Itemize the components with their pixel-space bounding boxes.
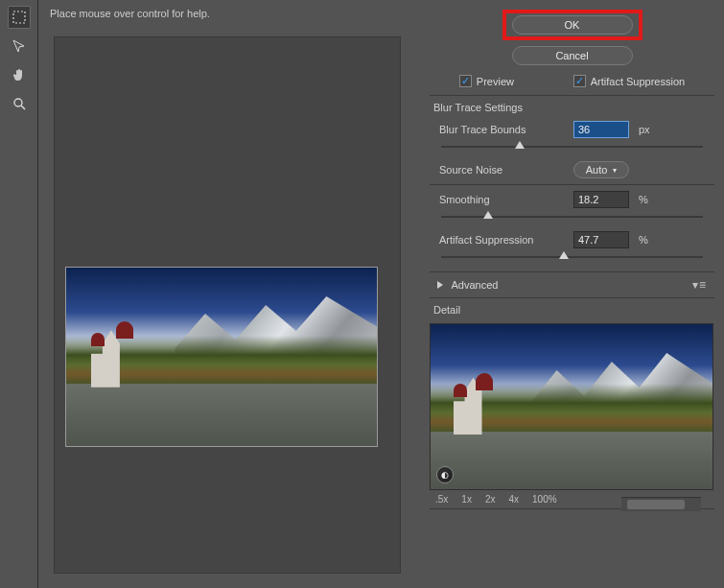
noise-label: Source Noise: [439, 164, 573, 176]
detail-preview[interactable]: ◐: [430, 323, 713, 490]
zoom-1x[interactable]: 1x: [461, 494, 472, 505]
detail-label: Detail: [430, 304, 714, 316]
artifact-checkbox[interactable]: Artifact Suppression: [573, 75, 685, 87]
loupe-icon[interactable]: ◐: [436, 466, 454, 483]
move-tool[interactable]: [8, 35, 31, 58]
artifact-label: Artifact Suppression: [591, 76, 685, 87]
checkbox-icon: [459, 75, 472, 87]
svg-line-2: [21, 106, 25, 109]
zoom-tool[interactable]: [8, 92, 31, 115]
ok-highlight: OK: [502, 10, 642, 40]
bounds-label: Blur Trace Bounds: [439, 124, 573, 135]
settings-panel: OK Cancel Preview Artifact Suppression B…: [420, 0, 724, 588]
noise-select[interactable]: Auto ▾: [573, 161, 629, 178]
artifact-slider[interactable]: [441, 250, 703, 264]
zoom-2x[interactable]: 2x: [485, 494, 496, 505]
ok-button[interactable]: OK: [512, 15, 633, 35]
svg-point-1: [14, 99, 22, 106]
section-title: Blur Trace Settings: [430, 102, 714, 113]
artifact-slider-label: Artifact Suppression: [439, 234, 573, 246]
bounds-slider[interactable]: [441, 140, 703, 153]
triangle-right-icon: [437, 281, 443, 289]
svg-rect-0: [13, 12, 25, 23]
chevron-down-icon: ▾: [613, 166, 617, 175]
horizontal-scrollbar[interactable]: [621, 497, 701, 511]
panel-menu-icon[interactable]: ▾≡: [692, 278, 707, 292]
smoothing-input[interactable]: [573, 191, 629, 208]
blur-trace-section: Blur Trace Settings Blur Trace Bounds px…: [430, 95, 714, 264]
help-text: Place mouse over control for help.: [46, 6, 399, 23]
smoothing-slider[interactable]: [441, 210, 703, 223]
bounds-input[interactable]: [573, 121, 629, 138]
zoom-percent[interactable]: 100%: [532, 494, 557, 505]
left-toolbar: [0, 0, 38, 588]
preview-label: Preview: [477, 76, 514, 87]
hand-tool[interactable]: [8, 63, 31, 86]
smoothing-unit: %: [639, 194, 658, 205]
preview-image[interactable]: [65, 267, 378, 447]
zoom-4x[interactable]: 4x: [508, 494, 519, 505]
marquee-tool[interactable]: [8, 6, 31, 29]
cancel-button[interactable]: Cancel: [512, 46, 633, 65]
artifact-unit: %: [639, 234, 658, 246]
bounds-unit: px: [639, 124, 658, 135]
artifact-input[interactable]: [573, 231, 629, 248]
smoothing-label: Smoothing: [439, 194, 573, 205]
advanced-label: Advanced: [451, 279, 498, 291]
checkbox-icon: [573, 75, 586, 87]
preview-checkbox[interactable]: Preview: [459, 75, 514, 87]
zoom-0-5x[interactable]: .5x: [435, 494, 448, 505]
advanced-toggle[interactable]: Advanced ▾≡: [430, 271, 714, 298]
noise-value: Auto: [586, 164, 608, 176]
